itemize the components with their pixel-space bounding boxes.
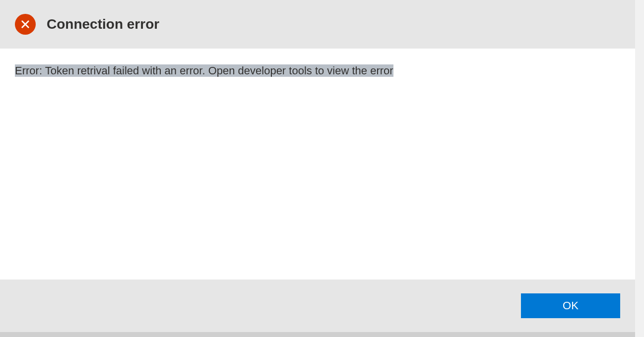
bottom-shadow	[0, 332, 635, 337]
error-icon	[15, 14, 36, 35]
error-dialog: Connection error Error: Token retrival f…	[0, 0, 635, 332]
scrollbar-track[interactable]	[635, 0, 644, 337]
dialog-header: Connection error	[0, 0, 635, 49]
error-message: Error: Token retrival failed with an err…	[15, 64, 393, 77]
dialog-body: Error: Token retrival failed with an err…	[0, 49, 635, 280]
dialog-title: Connection error	[47, 16, 159, 32]
dialog-footer: OK	[0, 280, 635, 332]
ok-button[interactable]: OK	[521, 293, 620, 318]
